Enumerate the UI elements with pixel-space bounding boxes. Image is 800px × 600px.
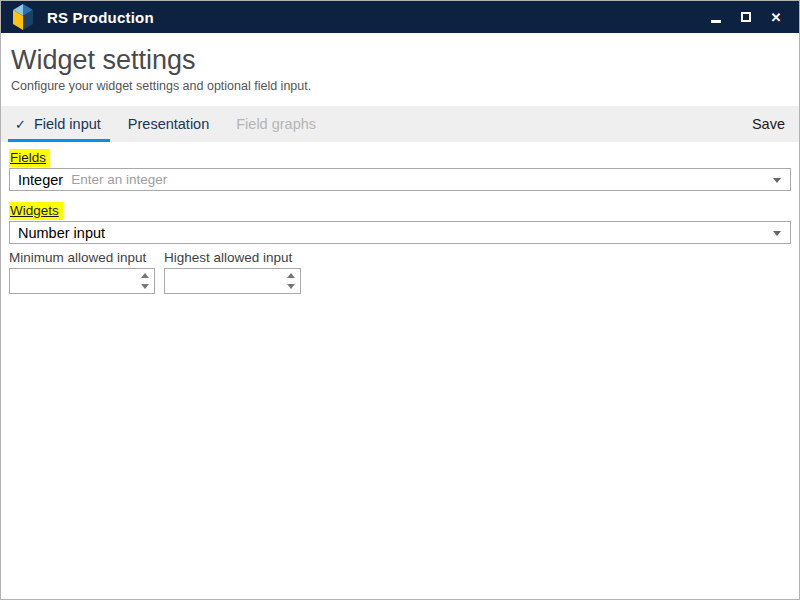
spinner-up-icon[interactable]	[287, 273, 295, 278]
dropdown-arrow-icon	[773, 231, 781, 236]
app-window: RS Production ✕ Widget settings Configur…	[0, 0, 800, 600]
field-input-form: Fields Integer Enter an integer Widgets …	[1, 142, 799, 294]
spinner-arrows	[136, 269, 154, 293]
tab-presentation-label: Presentation	[128, 116, 209, 132]
page-subtitle: Configure your widget settings and optio…	[11, 79, 789, 93]
maximum-input-spinner	[164, 268, 301, 294]
fields-dropdown-value: Integer	[18, 172, 63, 188]
maximize-button[interactable]	[731, 1, 761, 33]
save-button[interactable]: Save	[752, 106, 785, 142]
tab-field-graphs: Field graphs	[236, 106, 316, 142]
minimize-icon	[711, 20, 721, 23]
maximize-icon	[741, 12, 751, 22]
close-button[interactable]: ✕	[761, 1, 791, 33]
widgets-dropdown-value: Number input	[18, 225, 105, 241]
window-controls: ✕	[701, 1, 799, 33]
spinner-up-icon[interactable]	[141, 273, 149, 278]
page-header: Widget settings Configure your widget se…	[1, 33, 799, 93]
spinner-arrows	[282, 269, 300, 293]
tab-presentation[interactable]: Presentation	[128, 106, 209, 142]
widgets-label: Widgets	[9, 202, 63, 220]
widgets-dropdown[interactable]: Number input	[9, 221, 791, 244]
fields-dropdown[interactable]: Integer Enter an integer	[9, 168, 791, 191]
maximum-input-field[interactable]	[165, 269, 282, 293]
spinner-down-icon[interactable]	[141, 284, 149, 289]
page-title: Widget settings	[11, 45, 789, 76]
tab-bar: ✓ Field input Presentation Field graphs …	[1, 106, 799, 142]
fields-dropdown-placeholder: Enter an integer	[71, 172, 167, 187]
minimize-button[interactable]	[701, 1, 731, 33]
dropdown-arrow-icon	[773, 178, 781, 183]
app-title: RS Production	[47, 9, 154, 26]
titlebar: RS Production ✕	[1, 1, 799, 33]
tab-field-input-label: Field input	[34, 116, 101, 132]
close-icon: ✕	[771, 11, 782, 24]
fields-label: Fields	[9, 149, 50, 167]
minimum-input-label: Minimum allowed input	[9, 250, 155, 265]
tab-field-input[interactable]: ✓ Field input	[15, 106, 101, 142]
tab-field-graphs-label: Field graphs	[236, 116, 316, 132]
maximum-input-group: Highest allowed input	[164, 250, 301, 294]
min-max-row: Minimum allowed input Highest allowed in…	[9, 250, 791, 294]
minimum-input-spinner	[9, 268, 155, 294]
spinner-down-icon[interactable]	[287, 284, 295, 289]
app-logo-cube-icon	[11, 3, 37, 31]
minimum-input-group: Minimum allowed input	[9, 250, 155, 294]
maximum-input-label: Highest allowed input	[164, 250, 301, 265]
checkmark-icon: ✓	[15, 117, 26, 132]
minimum-input-field[interactable]	[10, 269, 136, 293]
